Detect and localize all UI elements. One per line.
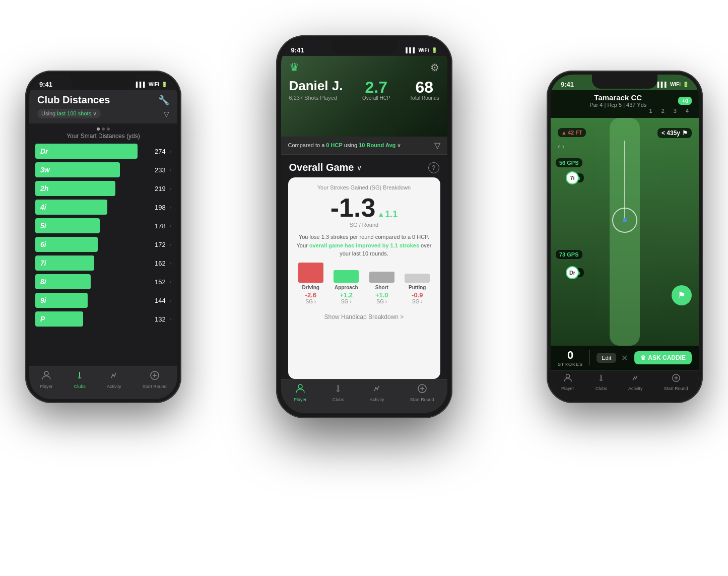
close-icon[interactable]: ✕ xyxy=(621,353,628,363)
filter-button[interactable]: ▽ xyxy=(434,141,440,150)
phone-center: 9:41 ▌▌▌ WiFi 🔋 ♛ ⚙ Daniel xyxy=(276,35,452,418)
club-bar-5i: 5i xyxy=(35,218,100,233)
nav-arrows[interactable]: ‹ › xyxy=(558,142,564,150)
club-row-6i[interactable]: 6i 172 › xyxy=(35,237,171,252)
nav-startround-label-left: Start Round xyxy=(143,384,167,389)
ask-caddie-label: ASK CADDIE xyxy=(648,354,686,361)
club-name-8i: 8i xyxy=(40,278,46,286)
short-sg-link[interactable]: SG › xyxy=(376,299,387,304)
player-icon-right xyxy=(563,373,572,385)
time-center: 9:41 xyxy=(291,46,304,54)
club-name-dr: Dr xyxy=(40,147,48,155)
club-row-4i[interactable]: 4i 198 › xyxy=(35,200,171,215)
distance-value: < 435y xyxy=(661,130,680,137)
battery-icon-center: 🔋 xyxy=(431,47,437,53)
nav-left-icon[interactable]: ‹ xyxy=(558,142,560,150)
question-icon[interactable]: ? xyxy=(428,162,439,173)
club-distances-title[interactable]: Club Distances xyxy=(37,94,110,106)
club-bar-3w: 3w xyxy=(35,162,120,177)
signal-icon-center: ▌▌▌ xyxy=(406,47,416,53)
clubs-icon xyxy=(75,370,85,383)
map-area[interactable]: ▲ 42 FT ‹ › < 435y ⚑ 56 GPS 59 xyxy=(551,118,699,346)
nav-player-center[interactable]: Player xyxy=(294,383,307,402)
edit-button[interactable]: Edit xyxy=(597,353,616,363)
svg-point-5 xyxy=(298,385,302,389)
club-row-9i[interactable]: 9i 144 › xyxy=(35,293,171,308)
club-dist-5i: 178 xyxy=(151,222,166,230)
nav-activity-right[interactable]: Activity xyxy=(628,373,643,391)
nav-activity-label-center: Activity xyxy=(370,397,384,402)
nav-player-left[interactable]: Player xyxy=(40,370,53,389)
nav-player-label-center: Player xyxy=(294,397,307,402)
club-dist-9i: 144 xyxy=(151,297,166,304)
sg-bar-driving[interactable]: Driving -2.6 SG › xyxy=(295,252,327,304)
club-dr-label: Dr xyxy=(569,270,575,276)
sg-main-value: -1.3 ▲ 1.1 xyxy=(295,195,433,221)
club-dist-dr: 274 xyxy=(151,148,166,155)
driving-bar xyxy=(298,263,323,283)
compare-hcp: 0 HCP xyxy=(326,142,342,148)
putting-bar-stack xyxy=(402,252,433,283)
club-badge-dr: Dr xyxy=(566,266,579,279)
nav-activity-center[interactable]: Activity xyxy=(370,383,384,402)
club-row-3w[interactable]: 3w 233 › xyxy=(35,162,171,177)
club-list: Dr 274 › 3w 233 › xyxy=(29,144,177,366)
sg-bar-approach[interactable]: Approach +1.2 SG › xyxy=(330,252,362,304)
green-circle-flag-btn[interactable]: ⚑ xyxy=(672,285,692,305)
distance-badge: < 435y ⚑ xyxy=(657,128,692,138)
gear-icon[interactable]: ⚙ xyxy=(430,61,439,74)
club-dist-7i: 162 xyxy=(151,260,166,267)
club-dist-8i: 152 xyxy=(151,278,166,286)
gps-badge-1: 56 GPS xyxy=(556,158,582,167)
short-bar-stack xyxy=(366,252,398,283)
svg-point-0 xyxy=(44,371,48,375)
sg-bar-putting[interactable]: Putting -0.9 SG › xyxy=(402,252,433,304)
wrench-icon[interactable]: 🔧 xyxy=(158,95,169,106)
nav-clubs-left[interactable]: Clubs xyxy=(74,370,86,389)
club-row-5i[interactable]: 5i 178 › xyxy=(35,218,171,233)
chevron-down-icon[interactable]: ∨ xyxy=(357,164,362,172)
club-row-2h[interactable]: 2h 219 › xyxy=(35,181,171,196)
nav-activity-left[interactable]: Activity xyxy=(107,370,121,389)
club-row-7i[interactable]: 7i 162 › xyxy=(35,255,171,271)
nav-clubs-right[interactable]: Clubs xyxy=(595,373,607,391)
battery-icon: 🔋 xyxy=(161,82,167,87)
player-icon xyxy=(41,370,51,383)
approach-value: +1.2 xyxy=(340,291,353,299)
club-row-8i[interactable]: 8i 152 › xyxy=(35,274,171,289)
nav-startround-left[interactable]: Start Round xyxy=(143,370,167,389)
phone-right-screen: 9:41 ▌▌▌ WiFi 🔋 Tamarack CC Par 4 | Hcp … xyxy=(551,75,699,399)
nav-startround-right[interactable]: Start Round xyxy=(664,373,688,391)
nav-player-right[interactable]: Player xyxy=(561,373,574,391)
nav-clubs-center[interactable]: Clubs xyxy=(333,383,344,402)
sg-number: -1.3 xyxy=(330,195,376,221)
club-arrow-5i: › xyxy=(170,223,171,229)
driving-sg-link[interactable]: SG › xyxy=(305,299,316,304)
hero-content: ♛ ⚙ Daniel J. 6,237 Shots Played 2.7 Ove… xyxy=(281,56,447,106)
club-arrow-4i: › xyxy=(170,205,171,210)
stats-card: Your Strokes Gained (SG) Breakdown -1.3 … xyxy=(288,177,440,379)
filter-label[interactable]: Using last 100 shots ∨ xyxy=(37,109,101,118)
club-row-p[interactable]: P 132 › xyxy=(35,311,171,327)
club-name-4i: 4i xyxy=(40,203,46,211)
putting-sg-link[interactable]: SG › xyxy=(412,299,423,304)
overall-game-title[interactable]: Overall Game xyxy=(289,162,354,173)
ask-caddie-button[interactable]: ♛ ASK CADDIE xyxy=(634,351,692,364)
club-name-3w: 3w xyxy=(40,166,50,174)
sg-sublabel: SG / Round xyxy=(295,222,433,228)
wifi-icon-right: WiFi xyxy=(670,82,681,87)
nav-startround-center[interactable]: Start Round xyxy=(410,383,434,402)
club-row-dr[interactable]: Dr 274 › xyxy=(35,144,171,159)
sg-bar-short[interactable]: Short +1.0 SG › xyxy=(366,252,398,304)
sg-arrow-up: ▲ xyxy=(377,210,384,218)
bottom-nav-right: Player Clubs xyxy=(551,370,699,399)
show-breakdown[interactable]: Show Handicap Breakdown > xyxy=(295,308,433,324)
nav-right-icon[interactable]: › xyxy=(562,142,565,150)
club-arrow-8i: › xyxy=(170,279,171,285)
approach-sg-link[interactable]: SG › xyxy=(341,299,352,304)
notch-left xyxy=(71,75,136,89)
rounds-value: 68 xyxy=(410,79,439,95)
filter-icon[interactable]: ▽ xyxy=(164,110,169,118)
activity-icon-right xyxy=(631,373,640,385)
svg-point-10 xyxy=(566,374,569,378)
